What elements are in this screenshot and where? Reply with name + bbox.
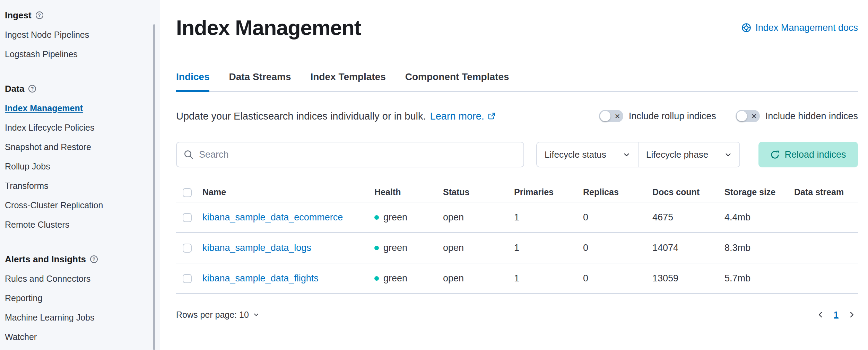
lifecycle-phase-filter[interactable]: Lifecycle phase: [639, 142, 739, 167]
column-header-storage-size: Storage size: [724, 187, 794, 197]
docs-count-value: 13059: [652, 273, 724, 284]
row-checkbox[interactable]: [183, 213, 192, 222]
pager: 1: [816, 310, 858, 320]
include-hidden-indices-toggle[interactable]: ×: [736, 110, 760, 122]
sidebar-item-snapshot-and-restore[interactable]: Snapshot and Restore: [5, 137, 146, 157]
toggle-controls: × Include rollup indices × Include hidde…: [599, 110, 858, 122]
docs-link-label: Index Management docs: [755, 23, 858, 33]
pagination-row: Rows per page: 10 1: [176, 304, 858, 325]
sidebar: Ingest ? Ingest Node Pipelines Logstash …: [0, 0, 160, 350]
sidebar-item-cross-cluster-replication[interactable]: Cross-Cluster Replication: [5, 195, 146, 215]
status-value: open: [443, 212, 514, 223]
chevron-down-icon: [724, 151, 732, 158]
sidebar-item-transforms[interactable]: Transforms: [5, 176, 146, 195]
status-value: open: [443, 273, 514, 284]
learn-more-link[interactable]: Learn more.: [430, 111, 495, 122]
sidebar-section-ingest: Ingest ? Ingest Node Pipelines Logstash …: [5, 6, 146, 64]
table-row: kibana_sample_data_logs green open 1 0 1…: [176, 233, 858, 263]
sidebar-item-remote-clusters[interactable]: Remote Clusters: [5, 215, 146, 234]
page-number-1[interactable]: 1: [834, 310, 839, 320]
section-title-text: Ingest: [5, 10, 32, 21]
health-dot-icon: [374, 246, 379, 250]
lifecycle-phase-label: Lifecycle phase: [646, 149, 708, 160]
table-row: kibana_sample_data_ecommerce green open …: [176, 202, 858, 233]
toggle-off-x-icon: ×: [615, 112, 620, 121]
refresh-icon: [770, 150, 780, 159]
intro-text: Update your Elasticsearch indices indivi…: [176, 111, 495, 122]
reload-indices-button[interactable]: Reload indices: [758, 142, 858, 167]
lifecycle-status-filter[interactable]: Lifecycle status: [537, 142, 639, 167]
sidebar-section-title-data: Data ?: [5, 79, 146, 98]
tab-bar: Indices Data Streams Index Templates Com…: [176, 71, 858, 92]
tab-data-streams[interactable]: Data Streams: [229, 71, 291, 91]
external-link-icon: [487, 112, 495, 120]
sidebar-section-data: Data ? Index Management Index Lifecycle …: [5, 79, 146, 234]
question-circle-icon: ?: [36, 11, 43, 19]
health-dot-icon: [374, 215, 379, 220]
sidebar-item-ingest-node-pipelines[interactable]: Ingest Node Pipelines: [5, 25, 146, 44]
sidebar-item-index-lifecycle-policies[interactable]: Index Lifecycle Policies: [5, 118, 146, 137]
hidden-toggle-label[interactable]: Include hidden indices: [765, 111, 858, 122]
filter-group: Lifecycle status Lifecycle phase: [536, 142, 740, 167]
learn-more-label: Learn more.: [430, 111, 484, 122]
column-header-name: Name: [202, 187, 374, 197]
next-page-button[interactable]: [848, 310, 856, 319]
column-header-status: Status: [443, 187, 514, 197]
sidebar-section-title-alerts: Alerts and Insights ?: [5, 250, 146, 269]
search-input[interactable]: [199, 149, 517, 160]
reload-indices-label: Reload indices: [784, 149, 846, 160]
tab-component-templates[interactable]: Component Templates: [405, 71, 509, 91]
docs-count-value: 4675: [652, 212, 724, 223]
sidebar-item-rules-and-connectors[interactable]: Rules and Connectors: [5, 269, 146, 288]
health-value: green: [383, 243, 407, 253]
main-content: Index Management Index Management docs I…: [160, 0, 868, 350]
sidebar-section-title-ingest: Ingest ?: [5, 6, 146, 25]
question-circle-icon: ?: [28, 85, 36, 93]
sidebar-item-index-management[interactable]: Index Management: [5, 98, 146, 118]
index-name-link[interactable]: kibana_sample_data_logs: [202, 243, 311, 253]
search-icon: [184, 150, 193, 159]
table-row: kibana_sample_data_flights green open 1 …: [176, 263, 858, 294]
previous-page-button[interactable]: [816, 310, 825, 319]
tab-indices[interactable]: Indices: [176, 71, 209, 91]
controls-row: Lifecycle status Lifecycle phase Reload …: [176, 142, 858, 167]
storage-size-value: 5.7mb: [724, 273, 794, 284]
question-circle-icon: ?: [90, 255, 98, 263]
tab-index-templates[interactable]: Index Templates: [310, 71, 385, 91]
sidebar-item-machine-learning-jobs[interactable]: Machine Learning Jobs: [5, 308, 146, 327]
replicas-value: 0: [583, 243, 652, 253]
rollup-toggle-label[interactable]: Include rollup indices: [629, 111, 716, 122]
sidebar-item-logstash-pipelines[interactable]: Logstash Pipelines: [5, 44, 146, 64]
page-title: Index Management: [176, 16, 361, 40]
storage-size-value: 4.4mb: [724, 212, 794, 223]
index-name-link[interactable]: kibana_sample_data_flights: [202, 273, 319, 283]
rows-per-page-button[interactable]: Rows per page: 10: [176, 310, 259, 320]
select-all-checkbox[interactable]: [183, 188, 192, 197]
toggle-thumb: [600, 111, 610, 121]
row-checkbox[interactable]: [183, 244, 192, 253]
sidebar-item-rollup-jobs[interactable]: Rollup Jobs: [5, 157, 146, 176]
health-value: green: [383, 273, 407, 284]
index-name-link[interactable]: kibana_sample_data_ecommerce: [202, 212, 343, 222]
sidebar-scrollbar[interactable]: [153, 24, 155, 350]
indices-table: Name Health Status Primaries Replicas Do…: [176, 183, 858, 294]
toggle-off-x-icon: ×: [752, 112, 757, 121]
section-title-text: Data: [5, 84, 24, 94]
toggle-thumb: [737, 111, 747, 121]
rollup-toggle-group: × Include rollup indices: [599, 110, 716, 122]
section-title-text: Alerts and Insights: [5, 254, 86, 265]
include-rollup-indices-toggle[interactable]: ×: [599, 110, 623, 122]
sidebar-item-watcher[interactable]: Watcher: [5, 327, 146, 347]
storage-size-value: 8.3mb: [724, 243, 794, 253]
intro-description: Update your Elasticsearch indices indivi…: [176, 111, 426, 122]
column-header-data-stream: Data stream: [794, 187, 858, 197]
docs-link[interactable]: Index Management docs: [741, 23, 858, 33]
sidebar-item-reporting[interactable]: Reporting: [5, 288, 146, 308]
status-value: open: [443, 243, 514, 253]
help-ring-icon: [741, 23, 751, 33]
row-checkbox[interactable]: [183, 274, 192, 283]
health-dot-icon: [374, 276, 379, 281]
search-box: [176, 142, 524, 167]
chevron-down-icon: [623, 151, 630, 158]
side-nav: Ingest ? Ingest Node Pipelines Logstash …: [5, 6, 146, 347]
